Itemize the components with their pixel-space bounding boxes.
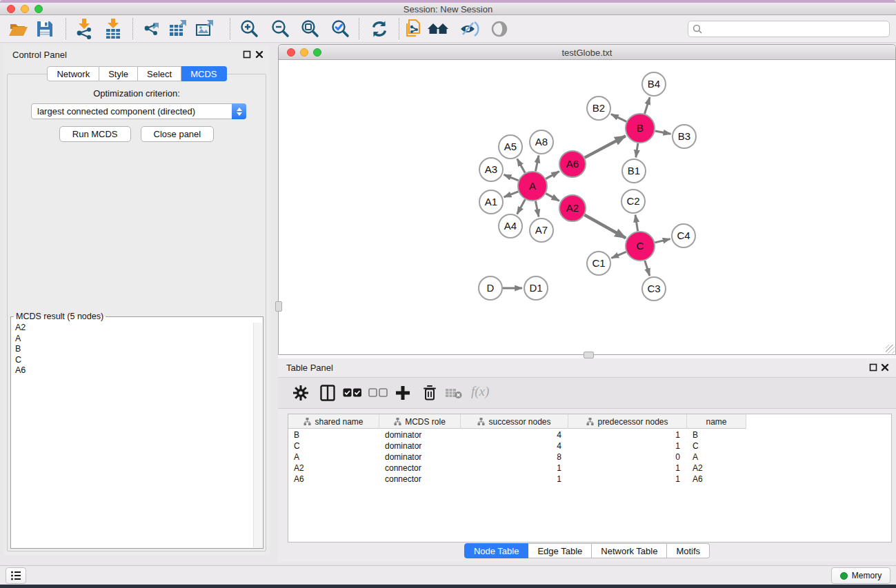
delete-table-button[interactable]	[444, 383, 464, 403]
result-item-a[interactable]: A	[12, 334, 253, 345]
table-row-b[interactable]: Bdominator41B	[288, 429, 891, 440]
cell-name[interactable]: A	[687, 452, 746, 463]
mcds-result-title: MCDS result (5 nodes)	[14, 312, 106, 321]
cell-shared-name[interactable]: C	[288, 440, 379, 452]
tab-mcds[interactable]: MCDS	[181, 66, 226, 81]
table-tab-motifs[interactable]: Motifs	[667, 543, 710, 558]
table-row-a[interactable]: Adominator80A	[288, 452, 891, 463]
table-options-button[interactable]	[291, 383, 310, 403]
cell-mcds-role[interactable]: connector	[379, 463, 461, 474]
horizontal-split-grip[interactable]	[584, 352, 594, 358]
refresh-layout-button[interactable]	[368, 17, 391, 41]
cell-successor-nodes[interactable]: 1	[461, 474, 568, 485]
graph-node-label-C2: C2	[626, 195, 639, 207]
task-history-button[interactable]	[6, 567, 26, 584]
table-row-a2[interactable]: A2connector11A2	[288, 463, 891, 474]
vertical-split-grip[interactable]	[275, 301, 282, 312]
cell-mcds-role[interactable]: connector	[379, 474, 461, 485]
zoom-selected-icon	[330, 19, 351, 39]
deselect-all-columns-button[interactable]	[368, 383, 388, 403]
graph-edge-A-A8	[535, 156, 539, 172]
table-tab-edge-table[interactable]: Edge Table	[528, 543, 592, 558]
home-view-button[interactable]	[426, 17, 450, 41]
tab-network[interactable]: Network	[47, 66, 99, 81]
cell-successor-nodes[interactable]: 4	[461, 429, 568, 440]
column-header-name[interactable]: name	[687, 414, 746, 429]
function-builder-button[interactable]: f(x)	[471, 384, 489, 399]
window-title: Session: New Session	[0, 4, 896, 14]
cell-shared-name[interactable]: A	[288, 452, 379, 463]
delete-columns-button[interactable]	[420, 383, 439, 403]
cell-successor-nodes[interactable]: 4	[461, 440, 568, 452]
close-panel-button[interactable]: Close panel	[141, 126, 215, 142]
export-network-button[interactable]	[140, 17, 163, 41]
cell-name[interactable]: C	[687, 440, 746, 452]
show-column-panel-button[interactable]	[318, 383, 337, 403]
memory-button[interactable]: Memory	[831, 567, 890, 584]
cell-successor-nodes[interactable]: 1	[461, 463, 568, 474]
memory-status-icon	[840, 572, 848, 580]
cell-predecessor-nodes[interactable]: 1	[568, 440, 687, 452]
criterion-dropdown[interactable]: largest connected component (directed)	[31, 103, 246, 119]
import-table-button[interactable]	[101, 17, 125, 41]
table-tab-network-table[interactable]: Network Table	[592, 543, 667, 558]
column-header-shared-name[interactable]: shared name	[288, 414, 379, 429]
graph-node-label-B: B	[637, 122, 644, 134]
cell-predecessor-nodes[interactable]: 1	[568, 463, 687, 474]
table-row-c[interactable]: Cdominator41C	[288, 440, 891, 452]
export-image-button[interactable]	[193, 17, 217, 41]
cell-shared-name[interactable]: B	[288, 429, 379, 440]
cell-name[interactable]: A6	[687, 474, 746, 485]
close-panel-icon[interactable]	[255, 50, 263, 59]
tab-style[interactable]: Style	[99, 66, 138, 81]
save-session-button[interactable]	[33, 17, 57, 41]
export-table-button[interactable]	[166, 17, 190, 41]
cell-mcds-role[interactable]: dominator	[379, 452, 461, 463]
show-all-button[interactable]	[488, 17, 511, 41]
result-item-c[interactable]: C	[12, 355, 253, 366]
zoom-in-button[interactable]	[238, 17, 261, 41]
tab-select[interactable]: Select	[138, 66, 181, 81]
graph-node-label-A1: A1	[485, 196, 497, 207]
network-canvas[interactable]: B4B2BB3A5A8A6A3B1AA1C2A2A4A7C4CC1C3DD1	[279, 60, 895, 354]
cell-predecessor-nodes[interactable]: 1	[568, 474, 687, 485]
result-item-a6[interactable]: A6	[12, 365, 253, 376]
result-item-b[interactable]: B	[12, 344, 253, 355]
close-table-panel-icon[interactable]	[881, 363, 889, 372]
cell-predecessor-nodes[interactable]: 0	[568, 452, 687, 463]
graph-node-label-A4: A4	[504, 220, 517, 232]
open-session-button[interactable]	[7, 17, 30, 41]
column-header-mcds-role[interactable]: MCDS role	[379, 414, 461, 429]
column-header-predecessor-nodes[interactable]: predecessor nodes	[568, 414, 687, 429]
column-header-successor-nodes[interactable]: successor nodes	[461, 414, 568, 429]
zoom-selected-button[interactable]	[329, 17, 352, 41]
zoom-out-button[interactable]	[269, 17, 292, 41]
search-input[interactable]	[703, 24, 889, 34]
cell-mcds-role[interactable]: dominator	[379, 440, 461, 452]
clone-network-button[interactable]	[402, 17, 426, 41]
run-mcds-button[interactable]: Run MCDS	[59, 126, 131, 142]
cell-shared-name[interactable]: A2	[288, 463, 379, 474]
node-table: shared nameMCDS rolesuccessor nodesprede…	[288, 414, 892, 543]
cell-name[interactable]: B	[687, 429, 746, 440]
cell-name[interactable]: A2	[687, 463, 746, 474]
cell-successor-nodes[interactable]: 8	[461, 452, 568, 463]
float-table-panel-icon[interactable]	[869, 363, 877, 372]
result-item-a2[interactable]: A2	[12, 323, 253, 334]
graph-edge-C-C3	[645, 261, 650, 276]
zoom-fit-button[interactable]	[299, 17, 322, 41]
result-scrollbar[interactable]	[253, 323, 262, 547]
table-tab-node-table[interactable]: Node Table	[464, 543, 529, 558]
cell-shared-name[interactable]: A6	[288, 474, 379, 485]
table-row-a6[interactable]: A6connector11A6	[288, 474, 891, 485]
hide-selected-button[interactable]	[457, 17, 481, 41]
select-all-columns-button[interactable]	[343, 383, 362, 403]
add-column-button[interactable]	[393, 383, 412, 403]
float-panel-icon[interactable]	[243, 50, 251, 59]
import-network-button[interactable]	[72, 17, 96, 41]
cell-predecessor-nodes[interactable]: 1	[568, 429, 687, 440]
window-resize-grip[interactable]	[886, 345, 895, 354]
search-box	[688, 21, 890, 37]
control-panel-header: Control Panel	[4, 45, 270, 63]
cell-mcds-role[interactable]: dominator	[379, 429, 461, 440]
